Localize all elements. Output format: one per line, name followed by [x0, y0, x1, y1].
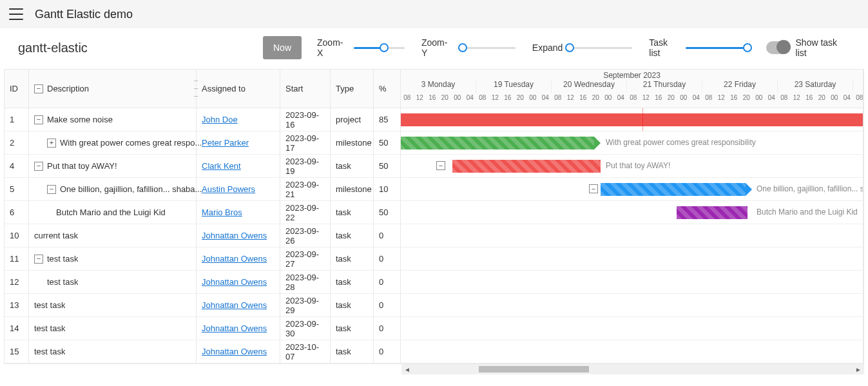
cell-start: 2023-09-19: [280, 155, 331, 177]
assignee-link[interactable]: Austin Powers: [202, 184, 255, 194]
cell-pct: 10: [374, 178, 401, 200]
header-desc: − Description: [29, 70, 197, 108]
task-description: test task: [34, 347, 65, 356]
cell-pct: 0: [374, 294, 401, 316]
expand-button[interactable]: +: [47, 139, 56, 148]
cell-start: 2023-09-21: [280, 178, 331, 200]
calendar-hour: 08: [778, 94, 791, 107]
cell-id: 10: [5, 224, 29, 247]
cell-start: 2023-09-29: [280, 294, 331, 316]
now-line: [642, 108, 643, 131]
gantt-bar[interactable]: [452, 160, 601, 173]
gantt-bar[interactable]: [601, 183, 746, 196]
collapse-button[interactable]: −: [34, 115, 43, 124]
zoom-x-label: Zoom-X: [317, 37, 349, 58]
cell-type: task: [331, 201, 374, 224]
calendar-hour: 08: [401, 94, 414, 107]
cell-desc: current task: [29, 224, 197, 247]
calendar-hour: 00: [753, 94, 766, 107]
gantt-bar[interactable]: [401, 113, 863, 126]
cell-id: 6: [5, 201, 29, 224]
task-description: Make some noise: [47, 115, 113, 124]
collapse-button[interactable]: −: [47, 185, 56, 194]
cell-desc: test task: [29, 294, 197, 316]
menu-icon[interactable]: [9, 8, 23, 20]
gantt-collapse-button[interactable]: −: [589, 184, 598, 193]
cell-assignee: Clark Kent: [197, 155, 280, 177]
expand-slider[interactable]: [568, 43, 632, 53]
cell-pct: 85: [374, 108, 401, 131]
collapse-button[interactable]: −: [34, 162, 43, 171]
task-description: test task: [34, 300, 65, 310]
calendar-hour: 20: [439, 94, 452, 107]
collapse-button[interactable]: −: [34, 255, 43, 264]
assignee-link[interactable]: Johnattan Owens: [202, 323, 267, 333]
tasklist-slider[interactable]: [686, 43, 749, 53]
calendar-hour: 16: [426, 94, 439, 107]
calendar-day: 21 Thursday: [627, 80, 702, 93]
calendar-hour: 12: [564, 94, 577, 107]
zoom-y-slider[interactable]: [458, 43, 516, 53]
cell-gantt: [401, 294, 863, 316]
task-row: 14test taskJohnattan Owens2023-09-30task…: [5, 317, 863, 340]
cell-type: project: [331, 108, 374, 131]
cell-id: 2: [5, 131, 29, 154]
cell-desc: test task: [29, 317, 197, 340]
calendar-hour: 08: [476, 94, 489, 107]
task-row: 13test taskJohnattan Owens2023-09-29task…: [5, 294, 863, 317]
cell-pct: 0: [374, 224, 401, 247]
assignee-link[interactable]: Johnattan Owens: [202, 300, 267, 310]
assignee-link[interactable]: Johnattan Owens: [202, 347, 267, 356]
assignee-link[interactable]: Clark Kent: [202, 161, 241, 171]
calendar-hour: 00: [602, 94, 615, 107]
calendar-hour: 20: [816, 94, 829, 107]
cell-gantt: −Put that toy AWAY!: [401, 155, 863, 177]
cell-desc: test task: [29, 340, 197, 363]
calendar-hour: 00: [526, 94, 539, 107]
horizontal-scrollbar[interactable]: ◄ ►: [401, 364, 864, 374]
cell-desc: Butch Mario and the Luigi Kid: [29, 201, 197, 224]
task-description: current task: [34, 231, 78, 240]
cell-gantt: [401, 247, 863, 270]
calendar-day: 24 Sund: [853, 80, 863, 93]
zoom-x-slider[interactable]: [354, 43, 405, 53]
assignee-link[interactable]: Peter Parker: [202, 138, 249, 148]
assignee-link[interactable]: Mario Bros: [202, 207, 242, 217]
header-desc-text: Description: [47, 84, 89, 93]
header-type: Type: [331, 70, 374, 108]
assignee-link[interactable]: John Doe: [202, 115, 238, 124]
gantt-bar[interactable]: [401, 137, 594, 150]
zoom-y-label: Zoom-Y: [421, 37, 453, 58]
task-row: 12test taskJohnattan Owens2023-09-28task…: [5, 271, 863, 294]
scroll-left-arrow[interactable]: ◄: [404, 366, 410, 373]
calendar-hour: 20: [590, 94, 603, 107]
calendar-hour: 08: [853, 94, 863, 107]
expand-all-button[interactable]: −: [34, 84, 43, 93]
now-button[interactable]: Now: [263, 36, 302, 59]
gantt-bar[interactable]: [677, 206, 747, 219]
assignee-link[interactable]: Johnattan Owens: [202, 231, 267, 240]
gantt-bar-label: Butch Mario and the Luigi Kid: [757, 207, 858, 217]
calendar-hour: 08: [702, 94, 715, 107]
task-description: test task: [47, 277, 78, 287]
cell-type: milestone: [331, 178, 374, 200]
cell-assignee: Johnattan Owens: [197, 294, 280, 316]
show-tasklist-label: Show task list: [796, 37, 850, 58]
assignee-link[interactable]: Johnattan Owens: [202, 277, 267, 287]
calendar-day: 3 Monday: [401, 80, 476, 93]
scroll-right-arrow[interactable]: ►: [855, 366, 862, 373]
cell-gantt: Butch Mario and the Luigi Kid: [401, 201, 863, 224]
assignee-link[interactable]: Johnattan Owens: [202, 254, 267, 264]
cell-desc: +With great power comes great respo...: [29, 131, 197, 154]
gantt-collapse-button[interactable]: −: [436, 161, 445, 170]
show-tasklist-switch[interactable]: [766, 41, 789, 54]
cell-assignee: Johnattan Owens: [197, 317, 280, 340]
calendar-hour: 04: [841, 94, 854, 107]
cell-type: milestone: [331, 131, 374, 154]
cell-desc: −Make some noise: [29, 108, 197, 131]
cell-pct: 0: [374, 340, 401, 363]
task-row: 15test taskJohnattan Owens2023-10-07task…: [5, 340, 863, 363]
expand-label: Expand: [532, 43, 563, 53]
cell-gantt: [401, 340, 863, 363]
app-title: Gantt Elastic demo: [35, 8, 133, 21]
